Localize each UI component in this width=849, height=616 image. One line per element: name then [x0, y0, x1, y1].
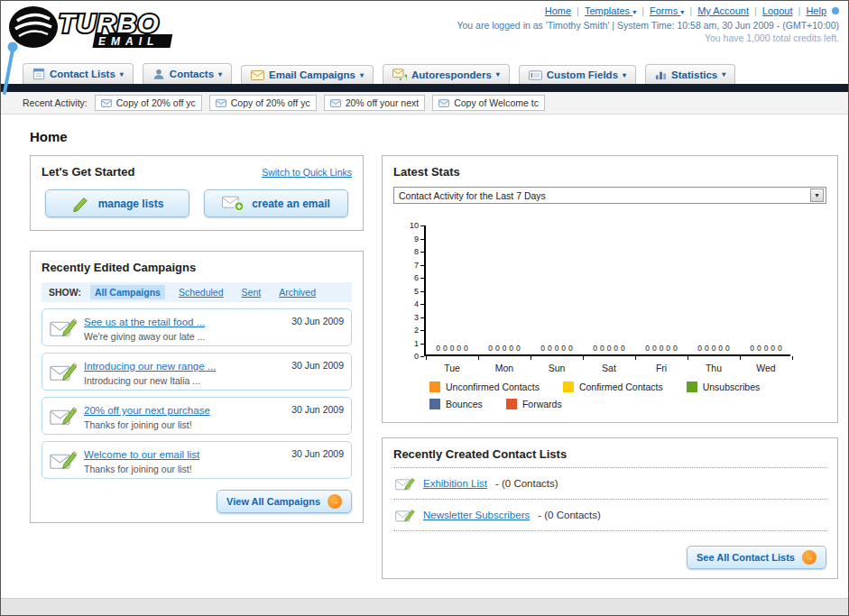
campaign-filter-archived[interactable]: Archived: [274, 285, 320, 299]
legend-label: Unconfirmed Contacts: [446, 382, 540, 392]
contact-list-link[interactable]: Newsletter Subscribers: [423, 510, 530, 520]
legend-label: Forwards: [522, 399, 562, 409]
top-nav-link-home[interactable]: Home: [545, 5, 571, 16]
recent-activity-item-label: 20% off your next: [346, 97, 420, 108]
value-label: 0: [718, 344, 723, 353]
campaign-date: 30 Jun 2009: [291, 360, 344, 371]
top-nav-link-my-account[interactable]: My Account: [697, 5, 749, 16]
envelope-icon: [330, 99, 341, 107]
top-nav-link-help[interactable]: Help: [806, 5, 826, 16]
campaign-link[interactable]: 20% off your next purchase: [84, 405, 210, 416]
zero-value-labels: 00000: [531, 344, 583, 353]
tab-label: Contacts: [170, 69, 214, 79]
campaign-link[interactable]: Welcome to our email list: [84, 449, 199, 460]
chevron-down-icon: ▾: [496, 70, 500, 78]
credits-info: You have 1,000 total credits left.: [457, 32, 839, 43]
see-all-contact-lists-label: See All Contact Lists: [697, 552, 795, 563]
recent-activity-item-label: Copy of 20% off yc: [116, 97, 196, 108]
manage-lists-button[interactable]: manage lists: [45, 189, 189, 217]
value-label: 0: [697, 344, 702, 353]
recent-activity-item[interactable]: 20% off your next: [324, 95, 426, 111]
y-tick-mark: [420, 225, 424, 226]
value-label: 0: [495, 344, 500, 353]
zero-value-labels: 00000: [635, 344, 688, 353]
contact-activity-chart: 10987654321000000Tue00000Mon00000Sun0000…: [393, 225, 826, 356]
contact-list-link[interactable]: Exhibition List: [423, 478, 487, 489]
recent-activity-item[interactable]: Copy of Welcome tc: [432, 95, 545, 111]
campaign-filter-scheduled[interactable]: Scheduled: [174, 285, 228, 299]
value-label: 0: [548, 344, 552, 353]
contact-list-item: Newsletter Subscribers- (0 Contacts): [393, 500, 826, 531]
legend-swatch: [563, 382, 574, 392]
value-label: 0: [561, 344, 566, 353]
envelope-pencil-icon: [50, 317, 77, 338]
y-tick-label: 2: [402, 326, 419, 335]
recent-activity-item[interactable]: Copy of 20% off yc: [95, 95, 202, 111]
x-tick-mark: [688, 356, 688, 360]
zero-value-labels: 00000: [426, 344, 478, 353]
switch-quick-links-link[interactable]: Switch to Quick Links: [262, 167, 352, 178]
value-label: 0: [443, 344, 448, 353]
create-email-button[interactable]: create an email: [204, 189, 348, 217]
legend-swatch: [429, 399, 440, 409]
stats-period-select[interactable]: Contact Activity for the Last 7 Days ▼: [393, 187, 826, 204]
campaign-item: See us at the retail food ...We're givin…: [42, 308, 352, 346]
campaign-text: See us at the retail food ...We're givin…: [84, 313, 291, 342]
y-tick-mark: [420, 304, 424, 305]
value-label: 0: [712, 344, 716, 353]
tab-label: Statistics: [671, 69, 717, 80]
y-tick-mark: [420, 265, 424, 266]
legend-label: Confirmed Contacts: [579, 382, 663, 392]
app-logo[interactable]: TURBO EMAIL: [8, 5, 234, 55]
value-label: 0: [436, 344, 440, 353]
see-all-contact-lists-button[interactable]: See All Contact Lists →: [687, 546, 826, 569]
contact-lists-icon: [32, 68, 45, 80]
value-label: 0: [705, 344, 709, 353]
login-info: You are logged in as 'Timothy Smith' | S…: [457, 20, 839, 31]
view-all-campaigns-label: View All Campaigns: [226, 496, 320, 507]
tab-email-campaigns[interactable]: Email Campaigns▾: [241, 65, 374, 84]
top-nav-link-logout[interactable]: Logout: [762, 5, 793, 16]
x-tick-label: Tue: [426, 363, 478, 373]
campaign-filter-all-campaigns[interactable]: All Campaigns: [90, 285, 165, 299]
top-nav-link-forms[interactable]: Forms ▾: [650, 5, 684, 16]
y-tick-label: 3: [402, 313, 419, 321]
tab-custom-fields[interactable]: Custom Fields▾: [519, 65, 636, 84]
x-tick-label: Mon: [478, 363, 531, 373]
value-label: 0: [652, 344, 657, 353]
campaign-link[interactable]: Introducing our new range ...: [84, 361, 216, 372]
campaign-item: Welcome to our email listThanks for join…: [42, 441, 352, 479]
stats-panel: Latest Stats Contact Activity for the La…: [382, 155, 838, 423]
campaign-subtitle: We're giving away our late ...: [84, 331, 291, 342]
tab-contact-lists[interactable]: Contact Lists▾: [23, 63, 134, 84]
chevron-down-icon: ▾: [360, 71, 364, 79]
tab-contacts[interactable]: Contacts▾: [143, 63, 232, 84]
header: TURBO EMAIL Home|Templates ▾|Forms ▾|My …: [1, 1, 848, 59]
tab-label: Custom Fields: [547, 69, 618, 80]
campaign-filters: SHOW: All CampaignsScheduledSentArchived: [42, 282, 352, 302]
recent-activity-bar: Recent Activity: Copy of 20% off ycCopy …: [1, 92, 848, 115]
y-tick-mark: [420, 291, 424, 292]
custom-fields-icon: [529, 70, 542, 80]
tab-statistics[interactable]: Statistics▾: [645, 64, 735, 84]
campaign-link[interactable]: See us at the retail food ...: [84, 317, 205, 327]
x-tick-mark: [531, 356, 531, 360]
x-tick-mark: [426, 356, 427, 360]
y-tick-label: 6: [402, 274, 419, 282]
page-title: Home: [30, 129, 826, 144]
legend-label: Unsubscribes: [703, 382, 761, 392]
turbo-email-logo-graphic: TURBO EMAIL: [8, 5, 234, 51]
campaigns-panel: Recently Edited Campaigns SHOW: All Camp…: [30, 251, 364, 523]
value-label: 0: [778, 344, 782, 353]
view-all-campaigns-button[interactable]: View All Campaigns →: [217, 490, 352, 513]
campaigns-title: Recently Edited Campaigns: [42, 261, 352, 274]
legend-item: Bounces: [429, 399, 483, 409]
envelope-icon: [216, 99, 226, 107]
value-label: 0: [503, 344, 507, 353]
envelope-icon: [101, 99, 112, 107]
top-nav-link-templates[interactable]: Templates ▾: [585, 5, 636, 16]
zero-value-labels: 00000: [583, 344, 635, 353]
campaign-filter-sent[interactable]: Sent: [237, 285, 266, 299]
tab-autoresponders[interactable]: Autoresponders▾: [383, 64, 510, 84]
recent-activity-item[interactable]: Copy of 20% off yc: [209, 95, 317, 111]
